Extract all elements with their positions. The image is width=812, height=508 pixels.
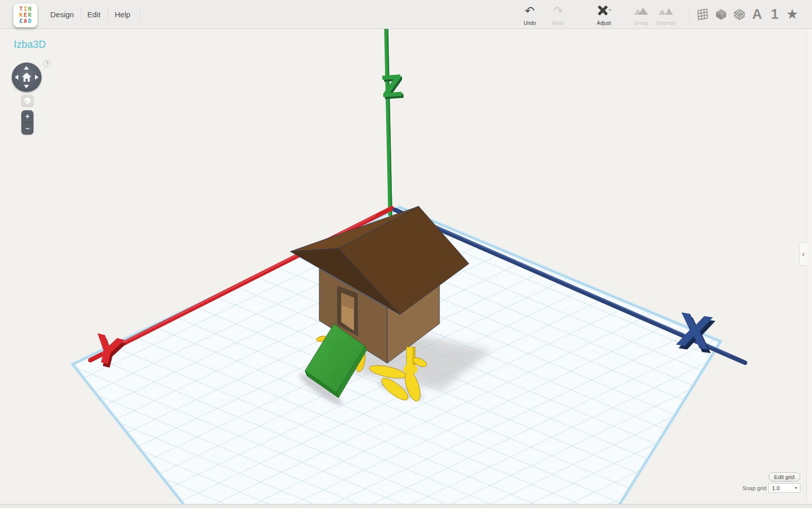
striped-cube-icon xyxy=(733,8,746,20)
zoom-controls: + − xyxy=(21,110,33,135)
adjust-label: Adjust xyxy=(597,20,611,26)
toolbar-separator xyxy=(81,8,81,21)
solid-cube-icon xyxy=(715,8,727,20)
view-navigation-wheel[interactable] xyxy=(12,62,42,92)
shapes-panel-collapsed-strip xyxy=(806,29,812,504)
logo-letter: D xyxy=(28,18,32,24)
letter-a-icon: A xyxy=(752,7,762,22)
ungroup-label: Ungroup xyxy=(656,20,675,26)
toolbar-separator xyxy=(108,8,109,21)
menu-design[interactable]: Design xyxy=(48,0,76,29)
edit-grid-button[interactable]: Edit grid xyxy=(768,472,800,482)
snap-grid-select[interactable]: 1.0 ▼ xyxy=(768,483,800,493)
undo-label: Undo xyxy=(524,20,536,26)
rotate-down-arrow[interactable] xyxy=(24,85,29,88)
viewport-3d-canvas[interactable]: Z Z Y Y X X xyxy=(0,0,812,508)
group-button[interactable]: Group xyxy=(629,5,653,26)
undo-button[interactable]: ↶ Undo xyxy=(518,5,542,26)
tinkercad-logo[interactable]: TIN KER CAD xyxy=(13,3,38,27)
group-label: Group xyxy=(634,20,648,26)
group-icon xyxy=(634,7,648,15)
view-cube-icon xyxy=(23,97,31,105)
home-icon xyxy=(21,72,32,82)
z-axis: Z Z xyxy=(380,29,405,216)
view-cube-button[interactable] xyxy=(21,95,33,106)
rotate-right-arrow[interactable] xyxy=(35,75,39,80)
logo-letter: C xyxy=(19,18,24,24)
adjust-icon xyxy=(595,5,613,17)
snap-grid-label: Snap grid xyxy=(727,485,766,491)
toolbar-separator xyxy=(689,8,690,21)
solid-shapes-button[interactable] xyxy=(715,8,727,22)
window-bottom-edge xyxy=(0,504,812,508)
rotate-up-arrow[interactable] xyxy=(24,66,29,70)
menu-edit[interactable]: Edit xyxy=(85,0,103,29)
shapes-panel-toggle[interactable]: ‹ xyxy=(799,242,807,266)
rotate-left-arrow[interactable] xyxy=(15,75,18,80)
redo-icon: ↷ xyxy=(553,5,563,16)
project-title[interactable]: Izba3D xyxy=(14,39,46,50)
toolbar-separator xyxy=(140,8,140,21)
dropdown-caret-icon: ▼ xyxy=(794,486,798,490)
home-view-button[interactable] xyxy=(21,72,32,82)
menu-help[interactable]: Help xyxy=(113,0,132,29)
adjust-button[interactable]: Adjust xyxy=(591,5,617,26)
ungroup-icon xyxy=(659,7,673,15)
star-icon: ★ xyxy=(786,7,798,22)
hole-shapes-button[interactable] xyxy=(733,8,746,22)
workplane-tool-button[interactable] xyxy=(696,7,710,23)
snap-grid-value: 1.0 xyxy=(772,485,780,491)
help-button[interactable]: ? xyxy=(43,60,51,68)
zoom-out-button[interactable]: − xyxy=(21,123,33,135)
symbols-shapes-button[interactable]: ★ xyxy=(786,6,798,22)
zoom-in-button[interactable]: + xyxy=(21,110,33,122)
redo-button[interactable]: ↷ Redo xyxy=(546,5,570,26)
top-toolbar: TIN KER CAD Design Edit Help ↶ Undo ↷ Re… xyxy=(0,0,812,29)
numbers-shapes-button[interactable]: 1 xyxy=(771,7,779,22)
workplane-grid-icon xyxy=(696,7,710,21)
letters-shapes-button[interactable]: A xyxy=(752,7,762,22)
redo-label: Redo xyxy=(552,20,564,26)
undo-icon: ↶ xyxy=(525,5,534,16)
chevron-left-icon: ‹ xyxy=(802,250,805,258)
z-axis-label: Z xyxy=(380,69,404,105)
number-1-icon: 1 xyxy=(771,7,779,22)
ungroup-button[interactable]: Ungroup xyxy=(652,5,680,26)
